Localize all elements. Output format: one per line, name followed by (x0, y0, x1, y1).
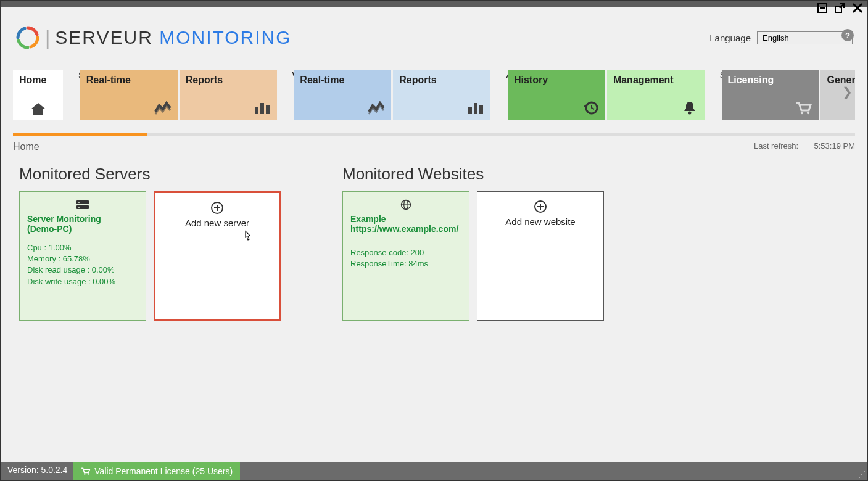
svg-point-13 (688, 112, 691, 115)
minimize-icon[interactable] (817, 2, 828, 14)
server-disk-write: Disk write usage : 0.00% (27, 276, 138, 287)
svg-rect-6 (255, 107, 258, 114)
svg-rect-7 (260, 103, 264, 114)
home-icon (30, 102, 47, 117)
tab-websites-reports[interactable]: Reports (393, 70, 490, 120)
brand-mon: MONITORING (159, 27, 291, 47)
bell-icon (681, 101, 698, 115)
plus-icon (534, 200, 547, 213)
add-server-card[interactable]: Add new server (154, 191, 281, 321)
realtime-icon (154, 101, 172, 115)
svg-rect-8 (266, 105, 270, 114)
barchart-icon (467, 101, 484, 115)
resize-grip-icon[interactable]: ⋰ (858, 470, 866, 479)
language-select[interactable]: English (757, 31, 853, 44)
tab-settings-licensing[interactable]: Licensing (722, 70, 819, 120)
website-response-time: ResponseTime: 84ms (350, 258, 461, 269)
svg-point-23 (84, 473, 86, 475)
help-icon[interactable]: ? (841, 29, 854, 41)
tab-servers-reports[interactable]: Reports (180, 70, 277, 120)
tab-websites-realtime[interactable]: Real-time (294, 70, 391, 120)
website-name: Example (350, 214, 461, 224)
server-icon (75, 199, 90, 210)
section-websites: Monitored Websites Example https://www.e… (342, 165, 604, 321)
brand-serv: SERVEUR (55, 27, 153, 47)
history-icon (582, 101, 599, 115)
svg-point-24 (88, 473, 89, 475)
server-disk-read: Disk read usage : 0.00% (27, 265, 138, 276)
svg-point-14 (801, 112, 803, 114)
section-websites-title: Monitored Websites (342, 165, 604, 184)
tab-home-label: Home (19, 75, 57, 86)
popout-icon[interactable] (834, 2, 845, 14)
titlebar (1, 1, 867, 7)
tab-home[interactable]: Home (13, 70, 63, 120)
add-server-label: Add new server (163, 218, 271, 228)
server-memory: Memory : 65.78% (27, 253, 138, 265)
svg-rect-11 (479, 105, 483, 114)
logo-swirl-icon (15, 25, 40, 50)
status-license[interactable]: Valid Permanent License (25 Users) (73, 462, 240, 480)
language-label: Language (709, 33, 751, 43)
tab-servers-realtime[interactable]: Real-time (80, 70, 178, 120)
svg-point-18 (78, 202, 80, 203)
server-card[interactable]: Server Monitoring (Demo-PC) Cpu : 1.00% … (19, 191, 146, 321)
website-card[interactable]: Example https://www.example.com/ Respons… (342, 191, 469, 321)
server-host: (Demo-PC) (27, 224, 138, 234)
section-servers-title: Monitored Servers (19, 165, 281, 184)
cursor-icon (242, 230, 253, 244)
close-icon[interactable] (851, 2, 864, 14)
cart-icon (795, 101, 812, 115)
svg-rect-9 (468, 107, 472, 114)
section-servers: Monitored Servers Server Monitoring (Dem… (19, 165, 281, 321)
svg-point-15 (807, 112, 809, 114)
app-logo: | SERVEUR MONITORING (15, 25, 292, 50)
nav-scroll-right-icon[interactable]: ❯ (840, 82, 855, 102)
plus-icon (211, 202, 223, 214)
server-cpu: Cpu : 1.00% (27, 242, 138, 253)
nav-progressbar (13, 133, 855, 136)
add-website-label: Add new website (485, 216, 596, 227)
tab-alerts-management[interactable]: Management (607, 70, 705, 120)
realtime-icon (368, 101, 385, 115)
website-response-code: Response code: 200 (350, 247, 461, 258)
svg-rect-10 (474, 103, 477, 114)
website-url: https://www.example.com/ (350, 224, 461, 234)
statusbar: Version: 5.0.2.4 Valid Permanent License… (1, 462, 867, 480)
status-version: Version: 5.0.2.4 (1, 462, 73, 480)
tab-alerts-history[interactable]: History (508, 70, 605, 120)
server-name: Server Monitoring (27, 214, 138, 224)
svg-point-19 (78, 207, 80, 208)
breadcrumb: Home (13, 141, 39, 152)
cart-icon (81, 467, 91, 475)
globe-icon (399, 199, 413, 210)
last-refresh: Last refresh: 5:53:19 PM (754, 141, 855, 152)
add-website-card[interactable]: Add new website (477, 191, 604, 321)
barchart-icon (254, 101, 271, 115)
